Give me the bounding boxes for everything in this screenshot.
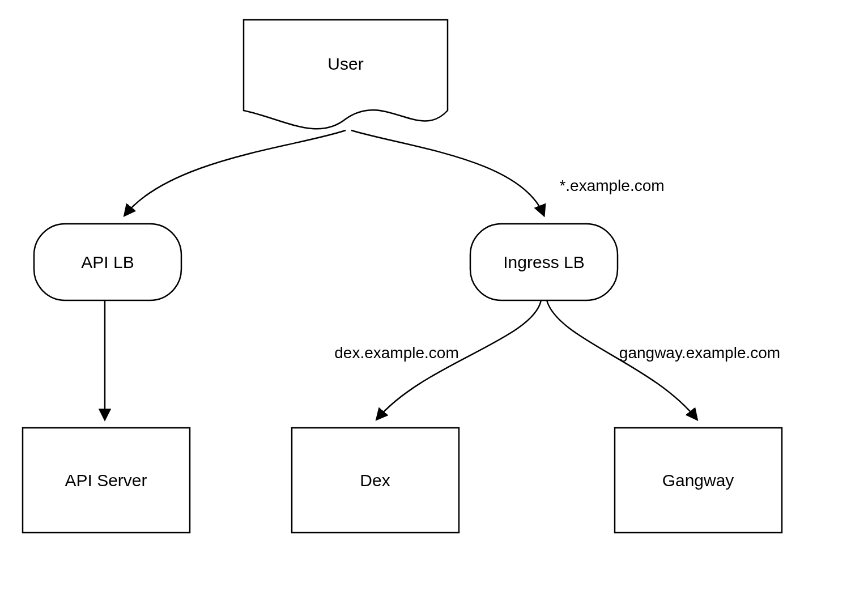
node-api-lb: API LB [34, 224, 181, 300]
node-ingress-lb-label: Ingress LB [503, 253, 584, 271]
node-dex: Dex [292, 428, 459, 533]
edge-user-to-ingress-lb [351, 130, 544, 215]
node-dex-label: Dex [360, 471, 390, 490]
node-ingress-lb: Ingress LB [470, 224, 618, 300]
node-user: User [244, 20, 448, 129]
edge-label-ingress-to-gangway: gangway.example.com [619, 344, 780, 362]
node-gangway-label: Gangway [662, 471, 734, 490]
edge-user-to-api-lb [125, 130, 346, 215]
node-api-server-label: API Server [65, 471, 147, 490]
node-api-lb-label: API LB [81, 253, 134, 271]
edge-label-user-to-ingress: *.example.com [559, 177, 664, 194]
node-api-server: API Server [23, 428, 190, 533]
architecture-diagram: *.example.com dex.example.com gangway.ex… [0, 0, 868, 595]
node-user-label: User [327, 54, 363, 73]
edge-label-ingress-to-dex: dex.example.com [334, 344, 458, 362]
node-gangway: Gangway [615, 428, 782, 533]
